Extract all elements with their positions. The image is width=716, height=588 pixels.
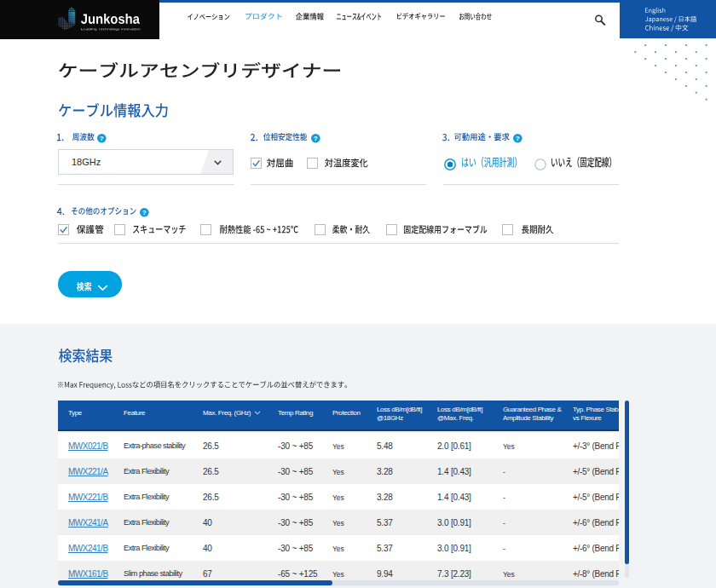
svg-text:?: ? — [314, 135, 318, 142]
svg-text:?: ? — [142, 209, 147, 216]
svg-text:?: ? — [100, 135, 104, 142]
svg-text:?: ? — [516, 135, 520, 142]
